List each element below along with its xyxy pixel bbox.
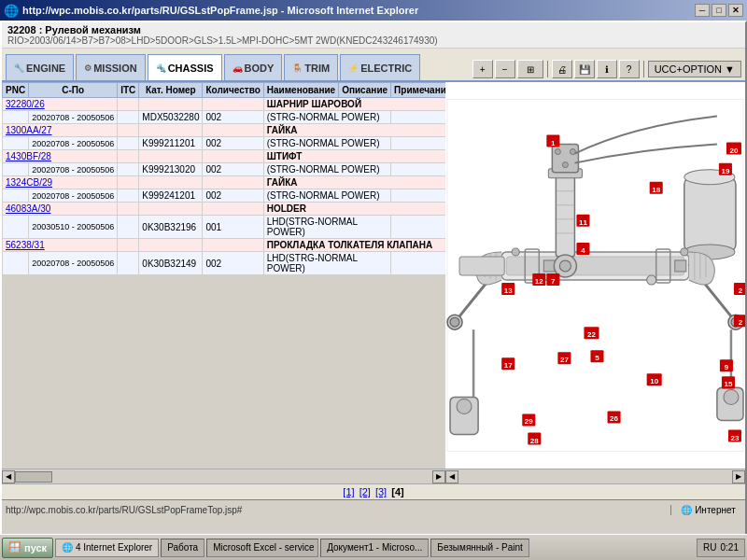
parts-table-scroll[interactable]: PNC С-По ITC Кат. Номер Количество Наиме… xyxy=(2,82,445,469)
tab-electric[interactable]: ⚡ ELECTRIC xyxy=(340,54,420,80)
lang-indicator: RU xyxy=(703,542,716,553)
tab-trim-label: TRIM xyxy=(304,63,330,74)
page-3-link[interactable]: [3] xyxy=(375,486,387,497)
col-qty: Количество xyxy=(203,83,263,98)
svg-point-16 xyxy=(555,149,560,155)
table-row: 1300AA/27 ГАЙКА xyxy=(3,124,446,137)
col-desc: Описание xyxy=(339,83,391,98)
part-link-32280[interactable]: 32280/26 xyxy=(6,99,45,109)
svg-text:15: 15 xyxy=(724,380,732,388)
part-number-subtitle: RIO>2003/06/14>B7>B7>08>LHD>5DOOR>GLS>1.… xyxy=(7,35,740,46)
tab-mission[interactable]: ⚙ MISSION xyxy=(76,54,145,80)
tab-electric-label: ELECTRIC xyxy=(360,63,412,74)
scroll-left-btn[interactable]: ◀ xyxy=(2,470,15,483)
page-4-link[interactable]: [4] xyxy=(391,486,403,497)
part-link-46083a[interactable]: 46083A/30 xyxy=(6,203,50,214)
table-row: 56238/31 ПРОКЛАДКА ТОЛКАТЕЛЯ КЛАПАНА xyxy=(3,239,446,252)
tab-trim[interactable]: 🪑 TRIM xyxy=(284,54,338,80)
tab-engine-label: ENGINE xyxy=(26,63,65,74)
svg-point-43 xyxy=(681,248,688,256)
taskbar-item-paint[interactable]: Безымянный - Paint xyxy=(430,539,529,557)
table-row: 20020708 - 20050506 K999211201 002 (STRG… xyxy=(3,137,446,150)
part-link-1324cb[interactable]: 1324CB/29 xyxy=(6,177,52,188)
taskbar-item-excel[interactable]: Microsoft Excel - service xyxy=(206,539,318,557)
horizontal-scrollbar[interactable]: ◀ ▶ xyxy=(2,469,445,483)
part-link-1300aa[interactable]: 1300AA/27 xyxy=(6,125,52,135)
col-spo: С-По xyxy=(29,83,118,98)
table-row: 46083A/30 HOLDER xyxy=(3,203,446,216)
svg-text:2: 2 xyxy=(739,318,743,327)
page-2-link[interactable]: [2] xyxy=(359,486,371,497)
status-zone-label: Интернет xyxy=(695,505,736,515)
col-cat: Кат. Номер xyxy=(139,83,203,98)
help-btn[interactable]: ? xyxy=(619,60,640,78)
svg-text:28: 28 xyxy=(530,437,539,445)
svg-text:2: 2 xyxy=(739,287,743,295)
zoom-out-btn[interactable]: − xyxy=(495,60,515,78)
fit-btn[interactable]: ⊞ xyxy=(517,60,543,78)
clock: 0:21 xyxy=(721,542,739,553)
tab-chassis[interactable]: 🔩 CHASSIS xyxy=(148,54,222,80)
zoom-in-btn[interactable]: + xyxy=(472,60,493,78)
scroll-right-btn[interactable]: ▶ xyxy=(432,470,445,483)
tab-chassis-label: CHASSIS xyxy=(168,63,214,74)
svg-rect-19 xyxy=(684,177,736,252)
svg-point-5 xyxy=(450,317,459,327)
col-pnc: PNC xyxy=(3,83,29,98)
start-label: пуск xyxy=(24,542,47,553)
diagram-svg: 1 2 2 4 5 7 xyxy=(445,82,745,469)
ucc-button[interactable]: UCC+OPTION ▼ xyxy=(648,61,741,77)
svg-text:10: 10 xyxy=(650,377,658,385)
svg-text:12: 12 xyxy=(535,277,543,286)
windows-icon: 🪟 xyxy=(8,541,21,553)
svg-point-37 xyxy=(457,399,472,413)
save-btn[interactable]: 💾 xyxy=(574,60,595,78)
table-row: 20020708 - 20050506 K999241201 002 (STRG… xyxy=(3,189,446,203)
status-url: http://wpc.mobis.co.kr/parts/RU/GSLstPop… xyxy=(2,505,670,515)
svg-text:13: 13 xyxy=(504,287,513,295)
svg-rect-15 xyxy=(552,145,578,173)
svg-point-39 xyxy=(724,389,739,404)
svg-rect-28 xyxy=(543,260,555,272)
title-bar: 🌐 http://wpc.mobis.co.kr/parts/RU/GSLstP… xyxy=(0,0,747,21)
scroll-thumb[interactable] xyxy=(15,471,52,483)
svg-text:29: 29 xyxy=(525,417,533,426)
svg-text:26: 26 xyxy=(610,414,618,423)
close-button[interactable]: ✕ xyxy=(728,4,743,17)
col-itc: ITC xyxy=(118,83,139,98)
page-1-link[interactable]: [1] xyxy=(343,486,354,497)
tab-body[interactable]: 🚗 BODY xyxy=(224,54,283,80)
tab-engine[interactable]: 🔧 ENGINE xyxy=(6,54,74,80)
diagram-area: 1 2 2 4 5 7 xyxy=(445,82,745,469)
table-row: 1324CB/29 ГАЙКА xyxy=(3,176,446,189)
print-btn[interactable]: 🖨 xyxy=(552,60,572,78)
diagram-hscrollbar[interactable]: ◀ ▶ xyxy=(445,469,745,483)
taskbar-item-ie[interactable]: 🌐 4 Internet Explorer xyxy=(55,539,159,557)
diag-scroll-right[interactable]: ▶ xyxy=(732,470,745,483)
svg-text:5: 5 xyxy=(595,354,599,362)
main-content: PNC С-По ITC Кат. Номер Количество Наиме… xyxy=(2,82,745,483)
ucc-label: UCC+OPTION ▼ xyxy=(655,63,735,75)
table-row: 20020708 - 20050506 0K30B32149 002 LHD(S… xyxy=(3,252,446,275)
svg-text:7: 7 xyxy=(551,277,556,286)
col-name: Наименование xyxy=(263,83,338,98)
taskbar-item-word[interactable]: Документ1 - Microsо... xyxy=(320,539,429,557)
svg-rect-9 xyxy=(556,173,574,257)
svg-text:23: 23 xyxy=(731,434,740,442)
start-button[interactable]: 🪟 пуск xyxy=(2,538,53,558)
part-link-1430bf[interactable]: 1430BF/28 xyxy=(6,151,51,161)
browser-window: 32208 : Рулевой механизм RIO>2003/06/14>… xyxy=(0,21,747,560)
part-link-56238[interactable]: 56238/31 xyxy=(6,240,45,250)
ie-icon: 🌐 xyxy=(62,542,73,553)
taskbar-item-work[interactable]: Работа xyxy=(161,539,204,557)
tab-body-label: BODY xyxy=(245,63,275,74)
svg-text:18: 18 xyxy=(652,186,660,194)
svg-point-42 xyxy=(512,248,519,256)
title-bar-controls: ─ □ ✕ xyxy=(695,4,743,17)
right-panel: 1 2 2 4 5 7 xyxy=(445,82,745,483)
info-btn[interactable]: ℹ xyxy=(597,60,617,78)
minimize-button[interactable]: ─ xyxy=(695,4,710,17)
diag-scroll-left[interactable]: ◀ xyxy=(445,470,458,483)
restore-button[interactable]: □ xyxy=(712,4,726,17)
svg-text:1: 1 xyxy=(551,139,556,147)
